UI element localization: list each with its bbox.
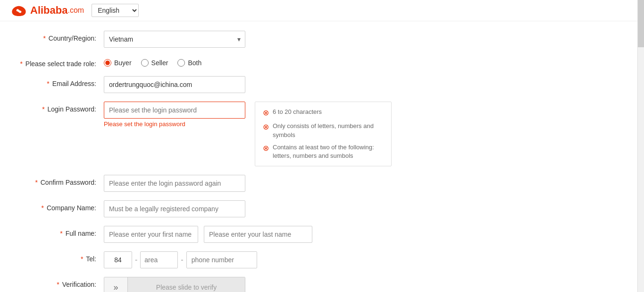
required-star: * [57, 281, 59, 288]
email-label: * Email Address: [9, 76, 104, 87]
alibaba-logo-icon [9, 4, 28, 17]
logo: Alibaba .com [9, 4, 84, 17]
required-star: * [20, 60, 22, 68]
required-star: * [42, 204, 44, 212]
logo-dotcom: .com [67, 6, 84, 15]
tel-label: * Tel: [9, 251, 104, 263]
required-star: * [43, 34, 45, 42]
radio-both[interactable]: Both [177, 59, 201, 67]
logo-text: Alibaba [30, 4, 67, 17]
radio-buyer-input[interactable] [104, 59, 111, 67]
tel-area-input[interactable] [140, 251, 178, 268]
password-tooltip: ⊗ 6 to 20 characters ⊗ Only consists of … [255, 102, 392, 166]
company-name-row: * Company Name: [0, 200, 566, 217]
country-region-row: * Country/Region: Vietnam China USA Indi… [0, 31, 566, 48]
confirm-password-label: * Confirm Password: [9, 175, 104, 186]
country-select[interactable]: Vietnam China USA India [104, 31, 245, 48]
password-error-text: Please set the login password [104, 120, 245, 128]
email-content [104, 76, 434, 93]
company-name-content [104, 200, 434, 217]
required-star: * [42, 105, 44, 113]
full-name-label: * Full name: [9, 226, 104, 237]
company-name-input[interactable] [104, 200, 245, 217]
login-password-row: * Login Password: Please set the login p… [0, 102, 566, 166]
tooltip-item-1: ⊗ 6 to 20 characters [263, 108, 384, 118]
confirm-password-row: * Confirm Password: [0, 175, 566, 192]
registration-form: * Country/Region: Vietnam China USA Indi… [0, 21, 566, 292]
company-name-label: * Company Name: [9, 200, 104, 212]
tel-dash-1: - [132, 256, 140, 264]
radio-buyer-label: Buyer [114, 59, 132, 67]
required-star: * [60, 230, 62, 237]
tel-row: * Tel: - - [0, 251, 566, 268]
required-star: * [35, 179, 37, 186]
radio-both-label: Both [188, 59, 201, 67]
password-left: Please set the login password [104, 102, 245, 128]
radio-both-input[interactable] [177, 59, 185, 67]
email-row: * Email Address: [0, 76, 566, 93]
first-name-input[interactable] [104, 226, 198, 243]
trade-role-label: * Please select trade role: [9, 56, 104, 68]
required-star: * [81, 255, 83, 263]
email-input[interactable] [104, 76, 245, 93]
login-password-content: Please set the login password ⊗ 6 to 20 … [104, 102, 434, 166]
country-select-wrapper: Vietnam China USA India [104, 31, 245, 48]
scrollbar[interactable] [637, 0, 644, 292]
verification-slider[interactable]: » Please slide to verify [104, 277, 245, 292]
tooltip-item-3: ⊗ Contains at least two of the following… [263, 143, 384, 160]
trade-role-row: * Please select trade role: Buyer Seller… [0, 56, 566, 68]
confirm-password-content [104, 175, 434, 192]
verification-row: * Verification: » Please slide to verify [0, 277, 566, 292]
trade-role-content: Buyer Seller Both [104, 56, 434, 67]
tel-content: - - [104, 251, 434, 268]
last-name-input[interactable] [204, 226, 312, 243]
tooltip-text-2: Only consists of letters, numbers and sy… [273, 122, 384, 139]
radio-seller[interactable]: Seller [141, 59, 168, 67]
radio-seller-label: Seller [151, 59, 168, 67]
scrollbar-thumb[interactable] [638, 0, 644, 47]
full-name-content [104, 226, 434, 243]
radio-seller-input[interactable] [141, 59, 149, 67]
verify-arrow-icon: » [113, 283, 118, 292]
full-name-row: * Full name: [0, 226, 566, 243]
tooltip-error-icon-2: ⊗ [263, 122, 269, 132]
country-region-label: * Country/Region: [9, 31, 104, 42]
tel-inputs: - - [104, 251, 434, 268]
confirm-password-input[interactable] [104, 175, 245, 192]
login-password-label: * Login Password: [9, 102, 104, 113]
trade-role-radio-group: Buyer Seller Both [104, 56, 434, 67]
login-password-input[interactable] [104, 102, 245, 119]
tooltip-text-1: 6 to 20 characters [273, 108, 322, 116]
name-inputs [104, 226, 434, 243]
required-star: * [47, 80, 49, 87]
tel-country-code-input[interactable] [104, 251, 132, 268]
tooltip-error-icon-1: ⊗ [263, 108, 269, 118]
verify-slide-text: Please slide to verify [128, 277, 245, 292]
tooltip-text-3: Contains at least two of the following: … [273, 143, 384, 160]
tel-dash-2: - [178, 256, 186, 264]
tel-phone-input[interactable] [186, 251, 257, 268]
verify-arrow-button[interactable]: » [104, 277, 128, 292]
tooltip-error-icon-3: ⊗ [263, 143, 269, 154]
verification-content: » Please slide to verify [104, 277, 434, 292]
header: Alibaba .com English 中文 Español [0, 0, 644, 21]
radio-buyer[interactable]: Buyer [104, 59, 132, 67]
language-select[interactable]: English 中文 Español [92, 4, 139, 17]
password-row-content: Please set the login password ⊗ 6 to 20 … [104, 102, 434, 166]
verification-label: * Verification: [9, 277, 104, 288]
tooltip-item-2: ⊗ Only consists of letters, numbers and … [263, 122, 384, 139]
country-region-content: Vietnam China USA India [104, 31, 434, 48]
